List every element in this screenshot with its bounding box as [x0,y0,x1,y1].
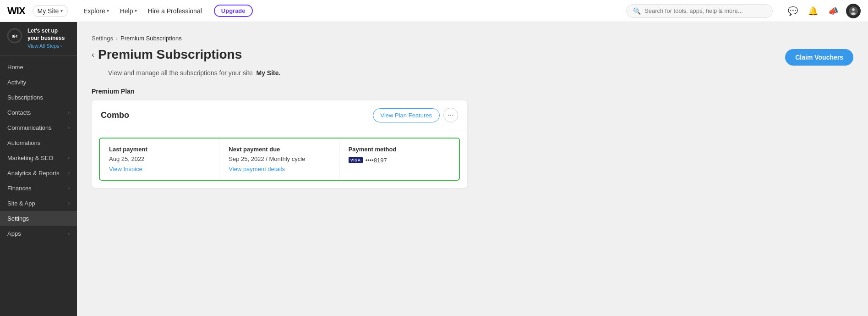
chevron-down-icon: ▾ [107,8,109,13]
top-navigation: WIX My Site ▾ Explore ▾ Help ▾ Hire a Pr… [0,0,868,22]
page-title-area: ‹ Premium Subscriptions [92,47,242,62]
view-invoice-link[interactable]: View Invoice [109,166,142,172]
next-payment-date: Sep 25, 2022 / Monthly cycle [229,155,329,162]
chat-icon[interactable]: 💬 [786,4,800,18]
chevron-down-icon: ▾ [60,8,63,13]
next-payment-cell: Next payment due Sep 25, 2022 / Monthly … [219,139,339,180]
breadcrumb-separator: › [116,35,118,42]
chevron-right-icon: › [68,171,70,176]
view-payment-details-link[interactable]: View payment details [229,166,285,172]
topnav-icons: 💬 🔔 📣 [786,4,861,18]
visa-logo: VISA [349,157,363,163]
site-selector-name: My Site [38,7,59,15]
view-plan-features-button[interactable]: View Plan Features [373,108,440,122]
search-bar[interactable]: 🔍 [626,4,773,18]
chevron-right-icon: › [68,125,70,130]
sidebar-item-analytics-reports[interactable]: Analytics & Reports › [0,166,77,181]
explore-nav-link[interactable]: Explore ▾ [79,5,113,17]
search-input[interactable] [644,7,766,14]
last-payment-label: Last payment [109,146,210,153]
progress-circle-icon: 0/4 [6,28,23,44]
chevron-right-icon: › [68,201,70,206]
help-nav-link[interactable]: Help ▾ [115,5,142,17]
wix-logo: WIX [7,5,25,17]
breadcrumb-parent[interactable]: Settings [92,35,113,42]
payment-details-grid: Last payment Aug 25, 2022 View Invoice N… [99,138,460,181]
sidebar-item-home[interactable]: Home [0,60,77,75]
next-payment-label: Next payment due [229,146,329,153]
megaphone-icon[interactable]: 📣 [826,4,841,18]
svg-point-2 [851,12,856,15]
visa-badge: VISA ••••8197 [349,157,387,164]
setup-text: Let's set up your business View All Step… [27,28,71,50]
claim-vouchers-button[interactable]: Claim Vouchers [785,49,853,66]
sidebar: 0/4 Let's set up your business View All … [0,22,77,316]
sidebar-item-finances[interactable]: Finances › [0,181,77,196]
setup-title: Let's set up your business [27,28,71,42]
sidebar-item-apps[interactable]: Apps › [0,226,77,241]
view-all-steps-link[interactable]: View All Steps › [27,43,62,49]
sidebar-item-subscriptions[interactable]: Subscriptions [0,90,77,105]
sidebar-item-activity[interactable]: Activity [0,75,77,90]
chevron-right-icon: › [60,43,62,49]
page-title: Premium Subscriptions [98,47,242,62]
hire-professional-link[interactable]: Hire a Professional [143,5,207,17]
main-content: Settings › Premium Subscriptions ‹ Premi… [77,22,868,316]
chevron-down-icon: ▾ [135,8,137,13]
chevron-right-icon: › [68,155,70,161]
sidebar-item-marketing-seo[interactable]: Marketing & SEO › [0,150,77,166]
sidebar-item-communications[interactable]: Communications › [0,120,77,135]
bell-icon[interactable]: 🔔 [806,4,820,18]
sidebar-item-site-app[interactable]: Site & App › [0,196,77,211]
site-selector[interactable]: My Site ▾ [33,5,68,17]
page-subtitle: View and manage all the subscriptions fo… [108,69,853,77]
back-arrow-icon[interactable]: ‹ [92,50,94,60]
svg-text:0/4: 0/4 [12,34,18,39]
sidebar-setup: 0/4 Let's set up your business View All … [0,22,77,56]
payment-method-label: Payment method [349,146,450,153]
plan-name: Combo [101,111,129,120]
sidebar-item-settings[interactable]: Settings [0,211,77,226]
sidebar-item-contacts[interactable]: Contacts › [0,105,77,120]
plan-card: Combo View Plan Features ··· Last paymen… [92,100,467,188]
search-icon: 🔍 [633,7,641,15]
avatar-icon[interactable] [846,4,861,18]
sidebar-item-automations[interactable]: Automations [0,135,77,150]
chevron-right-icon: › [68,231,70,236]
breadcrumb-current: Premium Subscriptions [120,35,182,42]
page-header: ‹ Premium Subscriptions Claim Vouchers [92,47,853,66]
svg-point-1 [852,8,855,11]
chevron-right-icon: › [68,186,70,191]
chevron-right-icon: › [68,110,70,115]
main-layout: 0/4 Let's set up your business View All … [0,22,868,316]
card-last4: ••••8197 [366,157,387,164]
upgrade-button[interactable]: Upgrade [214,5,253,17]
ellipsis-icon: ··· [448,111,453,119]
section-title: Premium Plan [92,88,853,95]
nav-links: Explore ▾ Help ▾ Hire a Professional [79,5,207,17]
last-payment-date: Aug 25, 2022 [109,155,210,162]
plan-card-header: Combo View Plan Features ··· [92,100,467,130]
payment-method-cell: Payment method VISA ••••8197 [339,139,459,180]
sidebar-navigation: Home Activity Subscriptions Contacts › C… [0,56,77,316]
more-options-button[interactable]: ··· [443,108,458,122]
plan-actions: View Plan Features ··· [373,108,459,122]
breadcrumb: Settings › Premium Subscriptions [92,35,853,42]
last-payment-cell: Last payment Aug 25, 2022 View Invoice [100,139,219,180]
